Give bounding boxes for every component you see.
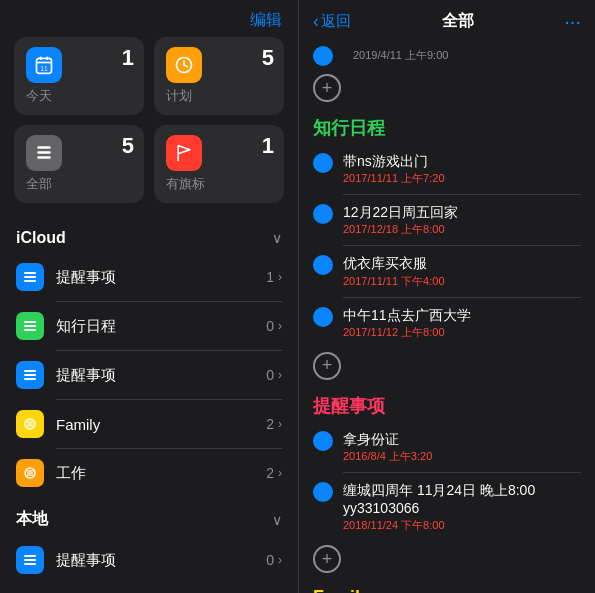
plan-label: 计划 — [166, 87, 192, 105]
group-items-zhicheng: 带ns游戏出门 2017/11/11 上午7:20 12月22日周五回家 201… — [299, 146, 595, 346]
right-header: ‹ 返回 全部 ··· — [299, 0, 595, 41]
flagged-count: 1 — [262, 133, 274, 159]
svg-rect-8 — [37, 156, 50, 159]
group-title-tixing: 提醒事项 — [299, 386, 595, 424]
reminder-body-3: 中午11点去广西大学 2017/11/12 上午8:00 — [343, 306, 581, 340]
svg-rect-17 — [24, 378, 36, 380]
add-button-2[interactable]: + — [313, 545, 341, 573]
reminder-circle-5 — [313, 482, 333, 502]
icloud-item-label-2: 提醒事项 — [56, 366, 266, 385]
icloud-item-chevron-4: › — [278, 466, 282, 480]
local-section-header[interactable]: 本地 ∨ — [0, 497, 298, 536]
local-list-item-0[interactable]: 提醒事项 0 › — [0, 536, 298, 584]
list-icon-1 — [16, 312, 44, 340]
list-icon-4 — [16, 459, 44, 487]
icloud-section-header[interactable]: iCloud ∨ — [0, 217, 298, 253]
local-item-count-0: 0 — [266, 552, 274, 568]
today-label: 今天 — [26, 87, 52, 105]
icloud-item-chevron-0: › — [278, 270, 282, 284]
tiles-grid: 11 1 今天 5 计划 5 全部 1 有旗标 — [0, 37, 298, 217]
group-items-tixing: 拿身份证 2016/8/4 上午3:20 缠城四周年 11月24日 晚上8:00… — [299, 424, 595, 540]
all-count: 5 — [122, 133, 134, 159]
all-label: 全部 — [26, 175, 52, 193]
edit-button[interactable]: 编辑 — [250, 10, 282, 31]
list-icon-0 — [16, 263, 44, 291]
icloud-list-item-2[interactable]: 提醒事项 0 › — [0, 351, 298, 399]
old-date: 2019/4/11 上午9:00 — [353, 48, 448, 63]
svg-rect-11 — [24, 280, 36, 282]
icloud-item-label-0: 提醒事项 — [56, 268, 266, 287]
reminder-title-1: 12月22日周五回家 — [343, 203, 581, 221]
reminder-item-1[interactable]: 12月22日周五回家 2017/12/18 上午8:00 — [299, 197, 595, 243]
icloud-list-item-4[interactable]: 工作 2 › — [0, 449, 298, 497]
tile-all[interactable]: 5 全部 — [14, 125, 144, 203]
group-title-family: Family — [299, 579, 595, 593]
flagged-label: 有旗标 — [166, 175, 205, 193]
reminder-item-4[interactable]: 拿身份证 2016/8/4 上午3:20 — [299, 424, 595, 470]
reminder-circle-1 — [313, 204, 333, 224]
reminder-item-3[interactable]: 中午11点去广西大学 2017/11/12 上午8:00 — [299, 300, 595, 346]
icloud-list-item-1[interactable]: 知行日程 0 › — [0, 302, 298, 350]
old-circle — [313, 46, 333, 66]
group-title-zhicheng: 知行日程 — [299, 108, 595, 146]
reminder-body-4: 拿身份证 2016/8/4 上午3:20 — [343, 430, 581, 464]
reminder-body-2: 优衣库买衣服 2017/11/11 下午4:00 — [343, 254, 581, 288]
old-entry: 2019/4/11 上午9:00 — [299, 41, 595, 68]
local-list-icon-0 — [16, 546, 44, 574]
icloud-item-count-4: 2 — [266, 465, 274, 481]
icloud-list-item-3[interactable]: Family 2 › — [0, 400, 298, 448]
icloud-item-chevron-3: › — [278, 417, 282, 431]
svg-rect-12 — [24, 321, 36, 323]
reminder-item-0[interactable]: 带ns游戏出门 2017/11/11 上午7:20 — [299, 146, 595, 192]
flagged-icon — [166, 135, 202, 171]
icloud-item-label-3: Family — [56, 416, 266, 433]
more-button[interactable]: ··· — [564, 10, 581, 33]
reminder-item-5[interactable]: 缠城四周年 11月24日 晚上8:00 yy33103066 2018/11/2… — [299, 475, 595, 539]
svg-rect-27 — [24, 559, 36, 561]
reminder-title-5: 缠城四周年 11月24日 晚上8:00 yy33103066 — [343, 481, 581, 517]
svg-rect-9 — [24, 272, 36, 274]
right-content: 2019/4/11 上午9:00 + 知行日程 带ns游戏出门 2017/11/… — [299, 41, 595, 593]
svg-rect-7 — [37, 151, 50, 154]
list-icon-3 — [16, 410, 44, 438]
reminder-item-2[interactable]: 优衣库买衣服 2017/11/11 下午4:00 — [299, 248, 595, 294]
icloud-item-count-3: 2 — [266, 416, 274, 432]
list-icon-2 — [16, 361, 44, 389]
reminder-date-2: 2017/11/11 下午4:00 — [343, 274, 581, 289]
plan-count: 5 — [262, 45, 274, 71]
icloud-item-chevron-2: › — [278, 368, 282, 382]
tile-flagged[interactable]: 1 有旗标 — [154, 125, 284, 203]
svg-rect-28 — [24, 563, 36, 565]
add-list-container: 添加列表 — [0, 584, 298, 593]
all-icon — [26, 135, 62, 171]
reminder-date-0: 2017/11/11 上午7:20 — [343, 171, 581, 186]
svg-rect-14 — [24, 329, 36, 331]
add-button-0[interactable]: + — [313, 74, 341, 102]
reminder-body-0: 带ns游戏出门 2017/11/11 上午7:20 — [343, 152, 581, 186]
reminder-circle-4 — [313, 431, 333, 451]
reminder-circle-0 — [313, 153, 333, 173]
reminder-title-0: 带ns游戏出门 — [343, 152, 581, 170]
icloud-section-title: iCloud — [16, 229, 66, 247]
icloud-item-label-1: 知行日程 — [56, 317, 266, 336]
svg-rect-26 — [24, 555, 36, 557]
icloud-list-item-0[interactable]: 提醒事项 1 › — [0, 253, 298, 301]
tile-plan[interactable]: 5 计划 — [154, 37, 284, 115]
tile-today[interactable]: 11 1 今天 — [14, 37, 144, 115]
reminder-title-3: 中午11点去广西大学 — [343, 306, 581, 324]
reminder-circle-2 — [313, 255, 333, 275]
back-chevron-icon: ‹ — [313, 11, 319, 32]
svg-rect-15 — [24, 370, 36, 372]
local-section-title: 本地 — [16, 509, 48, 530]
icloud-list: 提醒事项 1 › 知行日程 0 › 提醒事项 0 › Famil — [0, 253, 298, 497]
reminder-date-4: 2016/8/4 上午3:20 — [343, 449, 581, 464]
svg-rect-10 — [24, 276, 36, 278]
svg-rect-13 — [24, 325, 36, 327]
back-button[interactable]: ‹ 返回 — [313, 11, 351, 32]
reminder-title-2: 优衣库买衣服 — [343, 254, 581, 272]
plan-icon — [166, 47, 202, 83]
svg-rect-16 — [24, 374, 36, 376]
add-button-1[interactable]: + — [313, 352, 341, 380]
icloud-chevron-icon: ∨ — [272, 230, 282, 246]
right-panel: ‹ 返回 全部 ··· 2019/4/11 上午9:00 + 知行日程 带ns游… — [298, 0, 595, 593]
